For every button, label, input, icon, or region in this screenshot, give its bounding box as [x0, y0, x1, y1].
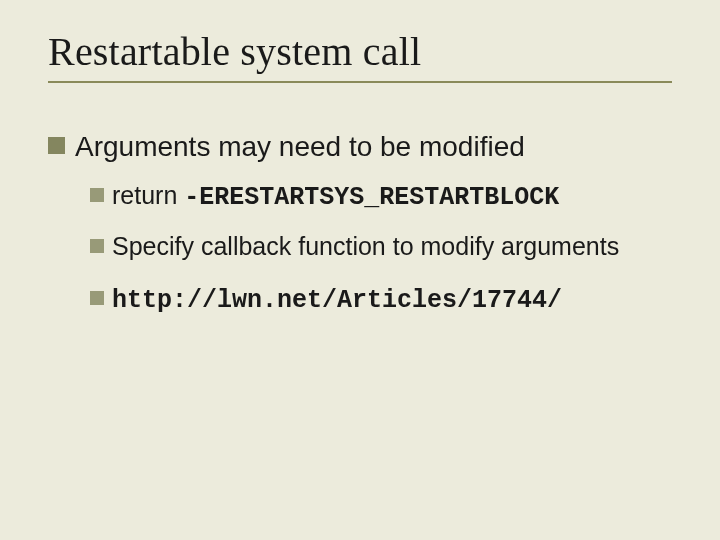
- slide-title: Restartable system call: [48, 28, 672, 75]
- bullet-lvl2: Specify callback function to modify argu…: [90, 231, 672, 264]
- title-underline: [48, 81, 672, 83]
- square-bullet-icon: [48, 137, 65, 154]
- bullet-code: -ERESTARTSYS_RESTARTBLOCK: [184, 183, 559, 212]
- bullet-pre: Specify callback function to modify argu…: [112, 232, 619, 260]
- bullet-text: http://lwn.net/Articles/17744/: [112, 283, 562, 316]
- bullet-code: http://lwn.net/Articles/17744/: [112, 286, 562, 315]
- bullet-lvl2: return -ERESTARTSYS_RESTARTBLOCK: [90, 180, 672, 213]
- bullet-pre: return: [112, 181, 184, 209]
- square-bullet-icon: [90, 188, 104, 202]
- bullet-lvl2: http://lwn.net/Articles/17744/: [90, 283, 672, 316]
- bullet-lvl1-text: Arguments may need to be modified: [75, 129, 525, 164]
- bullet-lvl1: Arguments may need to be modified: [48, 129, 672, 164]
- slide: Restartable system call Arguments may ne…: [0, 0, 720, 540]
- square-bullet-icon: [90, 291, 104, 305]
- bullet-text: Specify callback function to modify argu…: [112, 231, 619, 264]
- square-bullet-icon: [90, 239, 104, 253]
- bullet-text: return -ERESTARTSYS_RESTARTBLOCK: [112, 180, 559, 213]
